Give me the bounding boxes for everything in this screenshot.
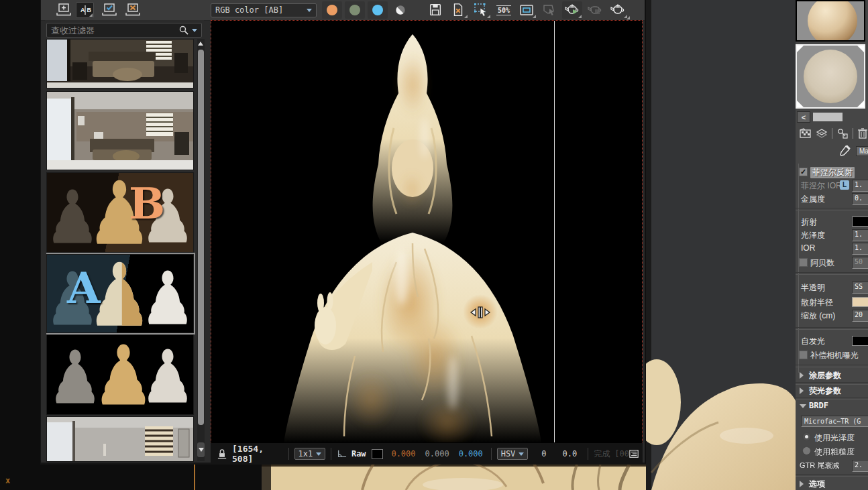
show-background-icon[interactable] xyxy=(800,128,812,139)
region-render-button[interactable] xyxy=(471,1,491,19)
material-preview-marble xyxy=(804,50,857,103)
zoom-percent-label: 50% xyxy=(496,5,511,15)
section-coating[interactable]: 涂层参数 xyxy=(796,369,868,383)
lock-l-badge[interactable]: L xyxy=(840,180,849,190)
history-thumb-statues-a[interactable]: A xyxy=(46,254,194,333)
gtr-falloff-label: GTR 尾衰减 xyxy=(800,461,839,471)
section-options[interactable]: 选项 xyxy=(796,478,868,490)
material-name-tab[interactable]: Ma xyxy=(856,146,868,156)
hsv-dropdown[interactable]: HSV xyxy=(497,448,529,460)
filter-dropdown-icon[interactable] xyxy=(192,29,197,32)
render-last-button[interactable] xyxy=(562,1,582,19)
refraction-color-swatch[interactable] xyxy=(852,217,868,227)
glossiness-value[interactable]: 1. xyxy=(852,229,868,241)
sidebar-scrollbar[interactable] xyxy=(197,39,205,461)
chevron-down-icon xyxy=(307,9,312,12)
filter-input[interactable] xyxy=(47,25,178,36)
self-illum-swatch[interactable] xyxy=(852,336,868,346)
viewport-statue-right xyxy=(646,0,796,490)
search-icon xyxy=(178,25,189,36)
abbe-value[interactable]: 50 xyxy=(852,257,868,269)
section-brdf[interactable]: BRDF xyxy=(796,400,868,414)
translucency-row: 半透明 SS xyxy=(796,282,868,294)
fresnel-ior-value[interactable]: 1. xyxy=(852,180,868,192)
saturation-value: 0.0 xyxy=(563,449,578,458)
use-glossiness-radio[interactable] xyxy=(802,432,811,441)
clear-image-button[interactable] xyxy=(448,1,468,19)
green-channel-icon xyxy=(349,5,360,15)
use-roughness-radio[interactable] xyxy=(802,446,811,455)
save-image-button[interactable] xyxy=(425,1,445,19)
brdf-type-dropdown[interactable]: Microfac⋯TR (G xyxy=(801,416,868,427)
statue-gray xyxy=(54,346,97,408)
render-canvas[interactable] xyxy=(211,20,643,444)
material-layers-icon[interactable] xyxy=(816,128,828,139)
red-channel-button[interactable] xyxy=(322,1,342,19)
history-accept-button[interactable] xyxy=(100,2,118,18)
rendered-statue-image xyxy=(211,21,642,443)
blue-channel-button[interactable] xyxy=(368,1,388,19)
scrollbar-thumb[interactable] xyxy=(198,50,204,425)
material-slot-sphere[interactable] xyxy=(796,0,865,42)
ab-compare-button[interactable]: A B xyxy=(76,2,94,18)
clear-document-icon xyxy=(451,3,466,17)
slot-back-button[interactable]: < xyxy=(797,111,810,123)
green-channel-button[interactable] xyxy=(345,1,365,19)
scroll-down-button[interactable] xyxy=(197,442,205,457)
metalness-value[interactable]: 0. xyxy=(852,193,868,205)
pixel-zoom-dropdown[interactable]: 1x1 xyxy=(294,448,326,460)
thumbnail-image xyxy=(47,40,193,88)
compensate-checkbox[interactable]: ✓ xyxy=(799,351,808,359)
reject-x-icon xyxy=(125,3,141,17)
history-add-button[interactable] xyxy=(54,2,72,18)
log-panel-icon[interactable] xyxy=(629,449,639,458)
vfb-toolbar: A B xyxy=(41,0,645,21)
history-thumb-bedroom[interactable] xyxy=(46,91,194,170)
follow-mouse-button[interactable] xyxy=(539,1,559,19)
history-thumb-bedroom-dark[interactable] xyxy=(46,39,194,88)
assign-material-icon[interactable] xyxy=(836,128,849,139)
scroll-up-icon[interactable] xyxy=(198,42,203,46)
ab-split-divider[interactable] xyxy=(554,21,555,443)
filter-bar xyxy=(46,23,202,38)
section-fluorescence[interactable]: 荧光参数 xyxy=(796,385,868,398)
vray-frame-buffer-window: A B xyxy=(40,0,646,465)
eyedropper-icon[interactable] xyxy=(838,145,851,157)
display-window-button[interactable] xyxy=(517,1,537,19)
history-reject-button[interactable] xyxy=(123,2,142,18)
compare-a-label: A xyxy=(67,267,101,310)
thumbnail-image xyxy=(47,417,193,462)
screen: x A B xyxy=(0,0,868,490)
translucency-label: 半透明 xyxy=(801,282,825,294)
slot-nav-track[interactable] xyxy=(813,113,843,121)
accept-check-icon xyxy=(101,3,117,17)
zoom-50-button[interactable]: 50% xyxy=(494,1,514,19)
ior-value[interactable]: 1. xyxy=(852,243,868,255)
chevron-down-icon xyxy=(519,452,524,456)
history-thumb-statues-b[interactable]: B xyxy=(46,172,194,253)
render-toolbar: RGB color [AB] xyxy=(211,0,631,20)
mono-channel-button[interactable] xyxy=(390,1,411,19)
chevron-right-icon xyxy=(800,372,804,379)
history-thumb-statues-trio[interactable] xyxy=(46,334,194,415)
fresnel-checkbox[interactable]: ✓ xyxy=(799,168,808,176)
render-button[interactable] xyxy=(608,1,628,19)
delete-trash-icon[interactable] xyxy=(857,127,868,139)
probe-color-swatch xyxy=(372,449,384,459)
material-editor-panel: < xyxy=(796,0,868,490)
abbe-checkbox[interactable]: ✓ xyxy=(799,258,808,267)
scatter-radius-swatch[interactable] xyxy=(852,297,868,307)
divider xyxy=(832,128,832,139)
pixel-probe-lock-icon[interactable] xyxy=(217,448,227,460)
channel-dropdown[interactable]: RGB color [AB] xyxy=(211,3,317,17)
history-thumb-room-bright[interactable] xyxy=(46,416,194,462)
gtr-falloff-value[interactable]: 2. xyxy=(852,460,868,472)
fresnel-row: ✓ 菲涅尔反射 xyxy=(796,166,868,178)
material-slot-selected[interactable] xyxy=(796,44,865,109)
translucency-mode[interactable]: SS xyxy=(852,282,868,294)
viewport-statue-bottom xyxy=(262,465,646,490)
scale-value[interactable]: 20 xyxy=(852,310,868,322)
statue-white xyxy=(146,267,189,328)
render-viewport-button[interactable] xyxy=(585,1,605,19)
svg-text:B: B xyxy=(87,7,91,13)
